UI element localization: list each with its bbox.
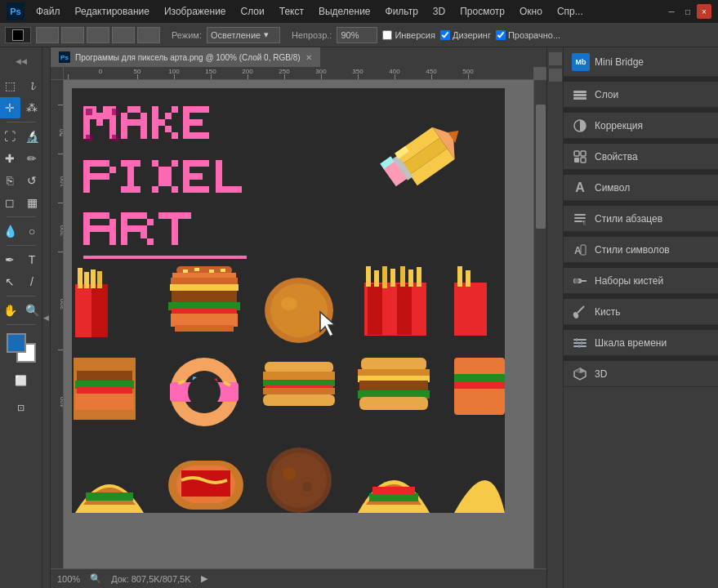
- color-swatch-display[interactable]: [5, 27, 31, 43]
- magic-wand-tool[interactable]: ⁂: [21, 97, 42, 118]
- panel-item-brush-sets[interactable]: Наборы кистей: [564, 268, 718, 294]
- path-select-tool[interactable]: ↖: [0, 271, 20, 292]
- preset-1[interactable]: [36, 27, 59, 43]
- minimize-button[interactable]: ─: [664, 4, 679, 19]
- menu-view[interactable]: Просмотр: [453, 4, 511, 19]
- brush-sets-label: Наборы кистей: [595, 275, 663, 287]
- screen-mode-button[interactable]: ⊡: [11, 397, 32, 418]
- svg-rect-85: [172, 219, 178, 245]
- opacity-label: Непрозр.:: [292, 30, 332, 40]
- transparent-checkbox[interactable]: [496, 30, 506, 40]
- vertical-scroll-thumb[interactable]: [536, 105, 546, 229]
- preset-4[interactable]: [112, 27, 135, 43]
- menu-layers[interactable]: Слои: [234, 4, 271, 19]
- svg-rect-102: [97, 271, 102, 288]
- quick-mask-button[interactable]: ⬜: [11, 370, 32, 391]
- menu-window[interactable]: Окно: [513, 4, 549, 19]
- crop-tool[interactable]: ⛶: [0, 126, 20, 147]
- panel-item-layers[interactable]: Слои: [564, 82, 718, 108]
- mode-dropdown[interactable]: Осветление ▾: [207, 27, 280, 43]
- svg-rect-147: [263, 372, 335, 380]
- gradient-tool[interactable]: ▦: [21, 192, 42, 213]
- menu-help[interactable]: Спр...: [551, 4, 590, 19]
- svg-rect-84: [158, 212, 191, 219]
- character-icon: A: [572, 180, 588, 196]
- strip-btn-1[interactable]: [549, 52, 562, 65]
- menu-3d[interactable]: 3D: [426, 4, 452, 19]
- svg-rect-51: [90, 160, 109, 167]
- panel-item-correction[interactable]: Коррекция: [564, 113, 718, 139]
- panel-item-3d[interactable]: 3D: [564, 361, 718, 387]
- maximize-button[interactable]: □: [680, 4, 695, 19]
- svg-rect-43: [183, 119, 203, 126]
- eraser-tool[interactable]: ◻: [0, 192, 20, 213]
- panel-item-timeline[interactable]: Шкала времени: [564, 330, 718, 356]
- forward-button[interactable]: ▶: [201, 573, 207, 584]
- dithering-checkbox[interactable]: [440, 30, 450, 40]
- ruler-num-250: 250: [279, 68, 289, 75]
- line-tool[interactable]: /: [21, 271, 42, 292]
- strip-btn-2[interactable]: [549, 69, 562, 82]
- collapse-handle-left[interactable]: ◀: [42, 47, 51, 588]
- document-tab[interactable]: Ps Программы для пиксель арта.png @ 100%…: [51, 47, 321, 67]
- svg-rect-32: [172, 106, 178, 113]
- panel-item-paragraph-styles[interactable]: ¶ Стили абзацев: [564, 206, 718, 232]
- status-navigator-icon[interactable]: 🔍: [90, 573, 101, 584]
- collapse-left-button[interactable]: ◀◀: [11, 51, 32, 72]
- svg-rect-125: [382, 266, 387, 288]
- menu-text[interactable]: Текст: [273, 4, 310, 19]
- svg-rect-122: [397, 284, 412, 335]
- svg-rect-178: [581, 158, 586, 163]
- heal-tool[interactable]: ✚: [0, 148, 20, 169]
- menu-image[interactable]: Изображение: [158, 4, 233, 19]
- menu-select[interactable]: Выделение: [312, 4, 377, 19]
- move-tool[interactable]: ✛: [0, 97, 20, 118]
- svg-rect-124: [374, 270, 379, 287]
- vertical-scrollbar[interactable]: [533, 80, 546, 577]
- brush-presets: [36, 27, 160, 43]
- color-swatches[interactable]: [7, 333, 36, 363]
- preset-2[interactable]: [61, 27, 84, 43]
- panel-item-brush[interactable]: Кисть: [564, 299, 718, 325]
- hand-tool[interactable]: ✋: [0, 300, 20, 321]
- history-tool[interactable]: ↺: [21, 170, 42, 191]
- pen-tool[interactable]: ✒: [0, 249, 20, 270]
- type-tool[interactable]: T: [21, 249, 42, 270]
- menu-filter[interactable]: Фильтр: [379, 4, 425, 19]
- panel-item-character-styles[interactable]: A Стили символов: [564, 237, 718, 263]
- svg-rect-180: [574, 217, 586, 219]
- eyedropper-tool[interactable]: 🔬: [21, 126, 42, 147]
- preset-3[interactable]: [87, 27, 109, 43]
- svg-rect-58: [172, 160, 178, 167]
- mode-icons: ⬜: [11, 370, 32, 391]
- svg-rect-28: [140, 126, 147, 132]
- mini-bridge-panel[interactable]: Mb Mini Bridge: [564, 47, 718, 77]
- close-tab-button[interactable]: ✕: [305, 53, 312, 62]
- blur-tool[interactable]: 💧: [0, 220, 20, 242]
- opacity-input[interactable]: 90%: [337, 27, 377, 43]
- preset-5[interactable]: [137, 27, 160, 43]
- tool-row-pen: ✒ T: [0, 249, 42, 270]
- panel-item-properties[interactable]: Свойства: [564, 144, 718, 170]
- marquee-tool[interactable]: ⬚: [0, 75, 20, 96]
- svg-rect-67: [183, 160, 209, 167]
- paragraph-styles-icon: ¶: [572, 211, 588, 227]
- stamp-tool[interactable]: ⎘: [0, 170, 20, 191]
- panel-item-character[interactable]: A Символ: [564, 175, 718, 201]
- canvas-viewport[interactable]: [64, 80, 533, 568]
- svg-line-188: [578, 306, 584, 313]
- tool-row-path: ↖ /: [0, 271, 42, 292]
- ruler-v-tick: [58, 252, 63, 252]
- foreground-color-swatch[interactable]: [7, 333, 26, 353]
- zoom-tool[interactable]: 🔍: [21, 300, 42, 321]
- close-button[interactable]: ×: [697, 4, 711, 19]
- lasso-tool[interactable]: 𝓵: [21, 75, 42, 96]
- brush-tool[interactable]: ✏: [21, 148, 42, 169]
- dodge-tool[interactable]: ○: [21, 220, 42, 242]
- svg-rect-35: [152, 119, 158, 126]
- menu-edit[interactable]: Редактирование: [69, 4, 156, 19]
- menu-file[interactable]: Файл: [29, 4, 67, 19]
- inversion-checkbox[interactable]: [382, 30, 392, 40]
- svg-rect-21: [134, 106, 140, 113]
- ruler-v-tick: [58, 350, 63, 350]
